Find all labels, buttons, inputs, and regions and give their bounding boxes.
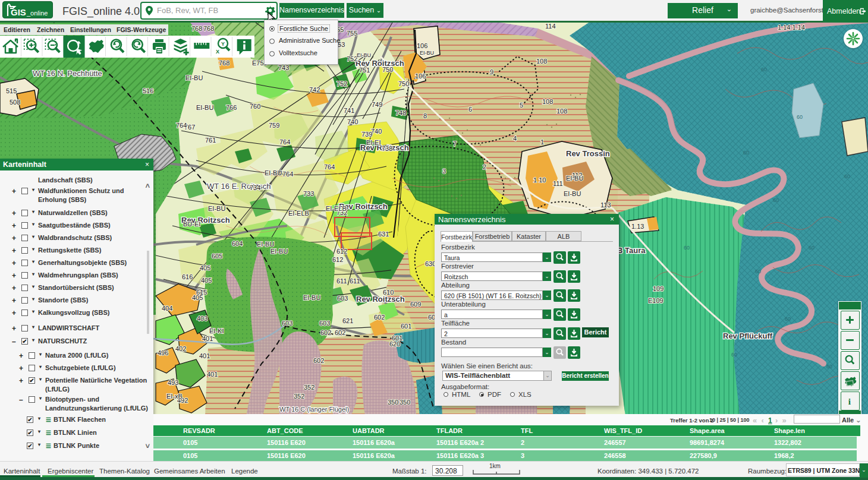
- svg-text:108: 108: [536, 58, 547, 65]
- svg-text:1: 1: [540, 138, 544, 146]
- svg-text:3: 3: [442, 168, 446, 175]
- svg-text:496: 496: [158, 349, 168, 356]
- svg-text:750: 750: [382, 66, 393, 73]
- svg-text:405: 405: [200, 264, 210, 271]
- svg-text:60: 60: [809, 245, 814, 251]
- svg-text:405: 405: [192, 294, 203, 301]
- svg-text:X: X: [216, 49, 219, 55]
- svg-text:508: 508: [10, 99, 20, 106]
- svg-text:751: 751: [359, 67, 370, 74]
- svg-text:EI-BU: EI-BU: [566, 175, 583, 182]
- svg-text:403: 403: [197, 315, 207, 322]
- svg-text:611: 611: [350, 277, 360, 285]
- svg-text:352: 352: [304, 384, 315, 391]
- svg-text:352: 352: [294, 393, 304, 400]
- svg-text:60: 60: [797, 114, 803, 120]
- svg-text:60: 60: [773, 197, 779, 203]
- svg-text:60: 60: [826, 364, 832, 370]
- svg-text:768: 768: [203, 25, 214, 32]
- svg-text:404: 404: [162, 305, 172, 312]
- svg-text:752: 752: [336, 80, 347, 87]
- svg-text:1.14 1.14: 1.14 1.14: [778, 24, 805, 31]
- svg-text:764: 764: [279, 138, 290, 146]
- svg-text:749: 749: [372, 101, 382, 108]
- svg-text:350: 350: [400, 399, 410, 406]
- svg-text:60: 60: [844, 173, 850, 179]
- svg-text:401: 401: [199, 352, 210, 359]
- svg-text:EI-EI: EI-EI: [366, 139, 380, 146]
- svg-text:108: 108: [542, 98, 553, 105]
- svg-text:108: 108: [556, 108, 567, 115]
- svg-text:601: 601: [401, 323, 411, 330]
- svg-text:EI-BU: EI-BU: [420, 50, 434, 56]
- svg-text:401: 401: [202, 335, 213, 342]
- svg-text:760: 760: [250, 103, 260, 110]
- svg-text:60: 60: [785, 316, 791, 322]
- svg-text:EI-ELB: EI-ELB: [288, 210, 309, 217]
- svg-text:60: 60: [761, 67, 767, 72]
- svg-text:EI-BU: EI-BU: [265, 169, 282, 176]
- svg-text:Rev Trossin: Rev Trossin: [566, 149, 610, 158]
- svg-text:EI-BU: EI-BU: [303, 294, 320, 301]
- svg-text:106: 106: [417, 42, 427, 49]
- svg-text:739: 739: [361, 131, 372, 138]
- svg-text:515: 515: [6, 87, 17, 94]
- svg-text:EI-BU: EI-BU: [196, 104, 213, 111]
- svg-text:EI-BU: EI-BU: [357, 52, 371, 58]
- svg-text:Y: Y: [221, 41, 225, 47]
- svg-text:761: 761: [205, 137, 216, 144]
- svg-text:768: 768: [219, 59, 229, 67]
- svg-text:764: 764: [282, 170, 293, 178]
- svg-text:611: 611: [336, 277, 347, 285]
- svg-text:60: 60: [743, 150, 749, 156]
- svg-text:i: i: [848, 396, 851, 406]
- svg-text:402: 402: [175, 345, 186, 352]
- svg-text:EI-BU: EI-BU: [257, 241, 274, 248]
- svg-text:602: 602: [335, 329, 345, 336]
- svg-text:Rev Pflückuff: Rev Pflückuff: [723, 331, 773, 340]
- svg-text:743: 743: [278, 64, 289, 71]
- svg-text:602: 602: [320, 329, 331, 336]
- svg-text:GIS: GIS: [11, 7, 26, 17]
- svg-text:603: 603: [282, 320, 293, 327]
- svg-text:EI-BU: EI-BU: [271, 248, 288, 255]
- svg-text:768: 768: [191, 25, 202, 32]
- svg-text:764: 764: [176, 122, 187, 129]
- svg-text:759: 759: [269, 122, 279, 129]
- svg-text:WT 16 N. Pechhütte: WT 16 N. Pechhütte: [33, 69, 102, 78]
- svg-text:612: 612: [336, 248, 347, 255]
- svg-text:516: 516: [143, 87, 153, 94]
- svg-text:601: 601: [392, 334, 402, 342]
- svg-text:BU-EI: BU-EI: [183, 220, 200, 228]
- svg-text:734: 734: [250, 184, 260, 191]
- svg-text:610: 610: [383, 289, 394, 296]
- svg-text:6: 6: [468, 106, 472, 113]
- svg-text:EI-xB: EI-xB: [166, 393, 183, 400]
- svg-text:603: 603: [319, 320, 330, 327]
- svg-text:740: 740: [371, 128, 382, 135]
- svg-text:604: 604: [232, 240, 243, 247]
- svg-text:621: 621: [342, 317, 353, 324]
- svg-text:764: 764: [324, 163, 335, 170]
- svg-text:742: 742: [309, 86, 320, 93]
- svg-text:602: 602: [374, 314, 385, 321]
- svg-text:350: 350: [388, 399, 398, 406]
- svg-text:EI-BU: EI-BU: [208, 205, 225, 212]
- svg-text:733: 733: [303, 190, 314, 197]
- svg-text:755: 755: [347, 30, 357, 37]
- svg-text:106: 106: [415, 72, 426, 80]
- svg-text:631: 631: [378, 230, 389, 238]
- svg-text:60: 60: [755, 269, 761, 274]
- svg-text:9: 9: [490, 68, 493, 75]
- svg-text:603: 603: [337, 295, 348, 302]
- svg-text:605: 605: [212, 252, 222, 260]
- svg-text:113: 113: [600, 201, 611, 209]
- svg-text:2: 2: [483, 163, 486, 170]
- svg-text:740: 740: [347, 118, 358, 125]
- svg-text:5: 5: [520, 102, 523, 109]
- svg-text:EI-ELB: EI-ELB: [326, 205, 347, 212]
- svg-text:738: 738: [382, 145, 392, 152]
- svg-text:EI-BU: EI-BU: [185, 74, 203, 81]
- svg-text:109: 109: [653, 285, 663, 292]
- svg-text:WT 16 C (langer Flügel): WT 16 C (langer Flügel): [279, 406, 349, 413]
